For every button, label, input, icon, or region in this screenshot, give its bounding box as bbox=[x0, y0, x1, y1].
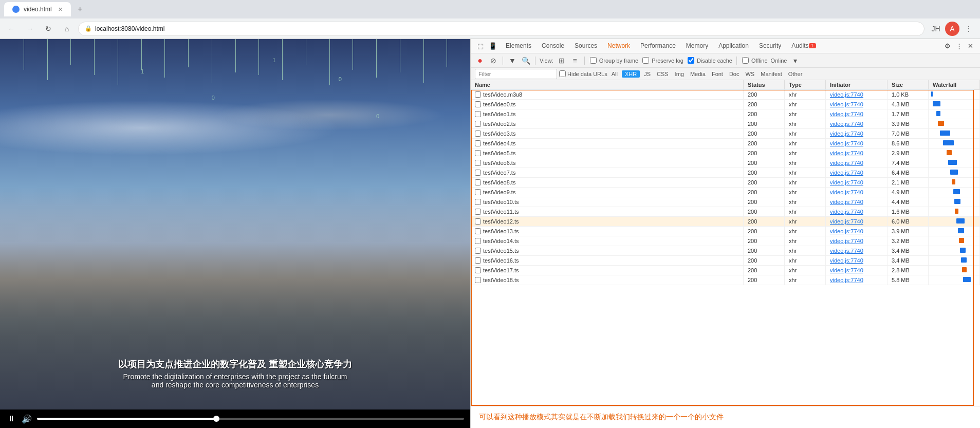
home-btn[interactable]: ⌂ bbox=[60, 22, 74, 36]
row-checkbox[interactable] bbox=[475, 101, 481, 107]
table-row[interactable]: testVideo4.ts 200 xhr video.js:7740 8.6 … bbox=[471, 139, 980, 148]
th-name[interactable]: Name bbox=[471, 80, 744, 89]
filter-all[interactable]: All bbox=[609, 70, 620, 78]
row-checkbox[interactable] bbox=[475, 218, 481, 225]
td-initiator-link[interactable]: video.js:7740 bbox=[830, 257, 863, 264]
device-icon[interactable]: 📱 bbox=[487, 41, 498, 52]
row-checkbox[interactable] bbox=[475, 189, 481, 195]
filter-xhr[interactable]: XHR bbox=[622, 70, 640, 78]
td-initiator-link[interactable]: video.js:7740 bbox=[830, 121, 863, 127]
td-initiator-link[interactable]: video.js:7740 bbox=[830, 160, 863, 166]
row-checkbox[interactable] bbox=[475, 160, 481, 166]
th-type[interactable]: Type bbox=[785, 80, 826, 89]
table-row[interactable]: testVideo18.ts 200 xhr video.js:7740 5.8… bbox=[471, 275, 980, 285]
tab-memory[interactable]: Memory bbox=[681, 39, 713, 54]
play-pause-btn[interactable]: ⏸ bbox=[6, 413, 16, 424]
row-checkbox[interactable] bbox=[475, 267, 481, 273]
refresh-btn[interactable]: ↻ bbox=[41, 22, 56, 36]
table-row[interactable]: testVideo8.ts 200 xhr video.js:7740 2.1 … bbox=[471, 178, 980, 188]
table-row[interactable]: testVideo6.ts 200 xhr video.js:7740 7.4 … bbox=[471, 158, 980, 168]
row-checkbox[interactable] bbox=[475, 257, 481, 264]
row-checkbox[interactable] bbox=[475, 238, 481, 244]
video-area[interactable]: 0 1 0 1 0 以项目为支点推进企业的数字化普及 重塑企业核心竞争力 Pro… bbox=[0, 39, 470, 410]
network-table[interactable]: Name Status Type Initiator Size Waterfal… bbox=[471, 80, 980, 285]
new-tab-btn[interactable]: + bbox=[73, 2, 87, 16]
devtools-settings-icon[interactable]: ⚙ bbox=[942, 41, 953, 52]
table-row[interactable]: testVideo.m3u8 200 xhr video.js:7740 1.0… bbox=[471, 90, 980, 100]
tab-console[interactable]: Console bbox=[537, 39, 569, 54]
table-row[interactable]: testVideo11.ts 200 xhr video.js:7740 1.6… bbox=[471, 207, 980, 217]
td-initiator-link[interactable]: video.js:7740 bbox=[830, 111, 863, 117]
row-checkbox[interactable] bbox=[475, 277, 481, 283]
td-initiator-link[interactable]: video.js:7740 bbox=[830, 131, 863, 137]
search-btn[interactable]: 🔍 bbox=[521, 55, 531, 66]
inspect-icon[interactable]: ⬚ bbox=[475, 41, 486, 52]
row-checkbox[interactable] bbox=[475, 91, 481, 98]
filter-other[interactable]: Other bbox=[786, 70, 805, 78]
preserve-log-label[interactable]: Preserve log bbox=[641, 57, 683, 64]
tab-sources[interactable]: Sources bbox=[569, 39, 602, 54]
table-row[interactable]: testVideo1.ts 200 xhr video.js:7740 1.7 … bbox=[471, 109, 980, 119]
filter-ws[interactable]: WS bbox=[743, 70, 756, 78]
table-row[interactable]: testVideo17.ts 200 xhr video.js:7740 2.8… bbox=[471, 266, 980, 275]
offline-label[interactable]: Offline bbox=[741, 57, 768, 64]
tab-application[interactable]: Application bbox=[713, 39, 754, 54]
throttle-dropdown[interactable]: ▾ bbox=[790, 55, 800, 66]
browser-tab[interactable]: video.html ✕ bbox=[4, 2, 71, 16]
table-row[interactable]: testVideo14.ts 200 xhr video.js:7740 3.2… bbox=[471, 236, 980, 246]
table-row[interactable]: testVideo0.ts 200 xhr video.js:7740 4.3 … bbox=[471, 100, 980, 109]
td-initiator-link[interactable]: video.js:7740 bbox=[830, 228, 863, 234]
hide-data-urls-label[interactable]: Hide data URLs bbox=[559, 70, 607, 77]
td-initiator-link[interactable]: video.js:7740 bbox=[830, 189, 863, 195]
td-initiator-link[interactable]: video.js:7740 bbox=[830, 248, 863, 254]
td-initiator-link[interactable]: video.js:7740 bbox=[830, 199, 863, 205]
account-icon[interactable]: JH bbox=[929, 22, 943, 36]
td-initiator-link[interactable]: video.js:7740 bbox=[830, 150, 863, 156]
table-row[interactable]: testVideo5.ts 200 xhr video.js:7740 2.9 … bbox=[471, 148, 980, 158]
disable-cache-label[interactable]: Disable cache bbox=[687, 57, 732, 64]
row-checkbox[interactable] bbox=[475, 131, 481, 137]
table-row[interactable]: testVideo13.ts 200 xhr video.js:7740 3.9… bbox=[471, 227, 980, 236]
tab-security[interactable]: Security bbox=[754, 39, 786, 54]
filter-css[interactable]: CSS bbox=[655, 70, 671, 78]
td-initiator-link[interactable]: video.js:7740 bbox=[830, 140, 863, 146]
url-bar[interactable]: 🔒 localhost:8080/video.html bbox=[78, 22, 924, 36]
forward-btn[interactable]: → bbox=[23, 22, 37, 36]
td-initiator-link[interactable]: video.js:7740 bbox=[830, 218, 863, 225]
row-checkbox[interactable] bbox=[475, 209, 481, 215]
disable-cache-checkbox[interactable] bbox=[688, 57, 694, 64]
list-view-btn[interactable]: ≡ bbox=[570, 55, 580, 66]
filter-js[interactable]: JS bbox=[642, 70, 653, 78]
td-initiator-link[interactable]: video.js:7740 bbox=[830, 277, 863, 283]
filter-icon[interactable]: ▼ bbox=[507, 55, 517, 66]
avatar-icon[interactable]: A bbox=[945, 22, 959, 36]
grid-view-btn[interactable]: ⊞ bbox=[557, 55, 567, 66]
hide-data-urls-checkbox[interactable] bbox=[559, 70, 566, 77]
table-row[interactable]: testVideo7.ts 200 xhr video.js:7740 6.4 … bbox=[471, 168, 980, 178]
record-btn[interactable]: ● bbox=[475, 55, 485, 66]
menu-btn[interactable]: ⋮ bbox=[961, 22, 976, 36]
th-waterfall[interactable]: Waterfall bbox=[929, 80, 980, 89]
filter-doc[interactable]: Doc bbox=[727, 70, 742, 78]
volume-btn[interactable]: 🔊 bbox=[21, 413, 33, 425]
row-checkbox[interactable] bbox=[475, 121, 481, 127]
filter-media[interactable]: Media bbox=[688, 70, 708, 78]
filter-font[interactable]: Font bbox=[710, 70, 725, 78]
row-checkbox[interactable] bbox=[475, 170, 481, 176]
tab-close-icon[interactable]: ✕ bbox=[58, 6, 63, 13]
row-checkbox[interactable] bbox=[475, 199, 481, 205]
tab-performance[interactable]: Performance bbox=[635, 39, 681, 54]
row-checkbox[interactable] bbox=[475, 179, 481, 185]
td-initiator-link[interactable]: video.js:7740 bbox=[830, 170, 863, 176]
table-row[interactable]: testVideo9.ts 200 xhr video.js:7740 4.9 … bbox=[471, 188, 980, 197]
table-row[interactable]: testVideo2.ts 200 xhr video.js:7740 3.9 … bbox=[471, 119, 980, 129]
table-row[interactable]: testVideo15.ts 200 xhr video.js:7740 3.4… bbox=[471, 246, 980, 256]
td-initiator-link[interactable]: video.js:7740 bbox=[830, 91, 863, 98]
filter-manifest[interactable]: Manifest bbox=[759, 70, 784, 78]
filter-input[interactable] bbox=[475, 69, 557, 79]
th-initiator[interactable]: Initiator bbox=[826, 80, 887, 89]
td-initiator-link[interactable]: video.js:7740 bbox=[830, 267, 863, 273]
td-initiator-link[interactable]: video.js:7740 bbox=[830, 209, 863, 215]
row-checkbox[interactable] bbox=[475, 140, 481, 146]
tab-elements[interactable]: Elements bbox=[501, 39, 537, 54]
